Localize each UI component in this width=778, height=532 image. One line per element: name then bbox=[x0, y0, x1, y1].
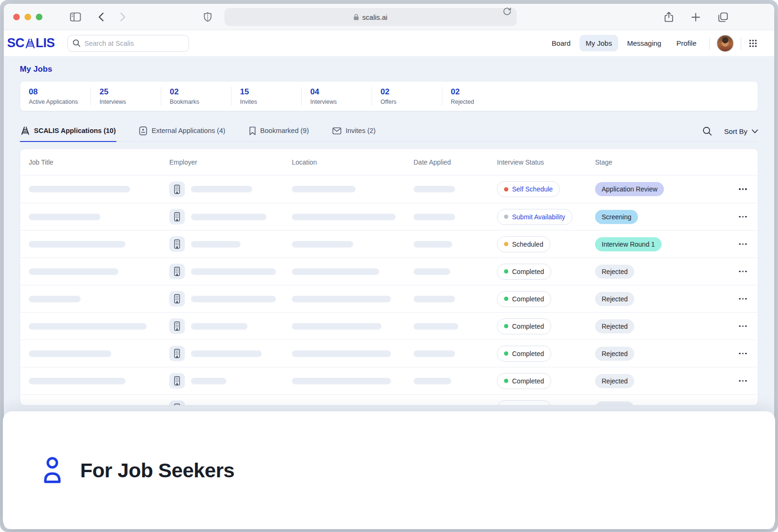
nav-item-my-jobs[interactable]: My Jobs bbox=[579, 35, 618, 51]
location-placeholder bbox=[292, 296, 391, 302]
stat-item-offers: 02 Offers bbox=[372, 87, 442, 106]
privacy-shield-button[interactable] bbox=[204, 12, 212, 22]
row-actions-cell bbox=[729, 213, 758, 221]
location-placeholder bbox=[292, 350, 391, 357]
scalis-logo[interactable]: SC LIS bbox=[7, 37, 55, 50]
job-title-placeholder bbox=[29, 241, 125, 248]
refresh-button[interactable] bbox=[503, 7, 511, 16]
stat-value: 02 bbox=[451, 87, 512, 97]
address-bar[interactable]: scalis.ai bbox=[224, 8, 517, 26]
building-icon bbox=[169, 400, 185, 406]
date-applied-placeholder bbox=[414, 241, 452, 248]
tab-external-applications-4[interactable]: External Applications (4) bbox=[138, 121, 226, 141]
tab-label: External Applications (4) bbox=[151, 127, 225, 134]
row-actions-cell bbox=[729, 350, 758, 357]
lock-icon bbox=[354, 14, 359, 20]
location-cell bbox=[283, 214, 405, 220]
employer-cell bbox=[161, 346, 283, 361]
sidebar-toggle-button[interactable] bbox=[70, 12, 81, 22]
row-menu-button[interactable] bbox=[738, 268, 748, 275]
stat-label: Offers bbox=[381, 99, 442, 105]
employer-cell bbox=[161, 264, 283, 279]
row-menu-button[interactable] bbox=[738, 213, 748, 221]
status-badge-completed[interactable]: Completed bbox=[497, 373, 551, 389]
building-icon bbox=[169, 236, 185, 252]
row-menu-button[interactable] bbox=[738, 323, 748, 330]
stage-cell: Rejected bbox=[587, 292, 729, 306]
row-menu-button[interactable] bbox=[738, 241, 748, 248]
status-dot bbox=[504, 379, 508, 383]
stat-value: 02 bbox=[381, 87, 442, 97]
table-row[interactable]: Completed Rejected bbox=[20, 258, 758, 285]
plus-icon bbox=[691, 13, 700, 22]
share-icon bbox=[664, 12, 673, 22]
column-header-location: Location bbox=[283, 158, 405, 166]
status-label: Completed bbox=[512, 350, 544, 357]
tab-scalis-applications-10[interactable]: SCALIS Applications (10) bbox=[20, 121, 116, 141]
search-icon bbox=[73, 39, 81, 47]
stage-cell: Interview Round 1 bbox=[587, 237, 729, 251]
building-icon bbox=[169, 373, 185, 389]
ladder-icon bbox=[21, 126, 30, 135]
stat-value: 25 bbox=[99, 87, 161, 97]
status-label: Completed bbox=[512, 323, 544, 330]
apps-grid-button[interactable] bbox=[748, 38, 758, 49]
nav-item-profile[interactable]: Profile bbox=[670, 35, 703, 51]
status-badge-completed[interactable]: Completed bbox=[497, 264, 551, 280]
avatar[interactable] bbox=[716, 34, 734, 52]
tab-bookmarked-9[interactable]: Bookmarked (9) bbox=[248, 121, 310, 141]
forward-chevron-icon bbox=[120, 12, 126, 22]
table-row[interactable]: Completed Rejected bbox=[20, 394, 758, 406]
stage-label: Rejected bbox=[602, 323, 628, 330]
stage-badge-screening: Screening bbox=[595, 210, 638, 224]
zoom-window-button[interactable] bbox=[36, 14, 42, 20]
stage-cell: Rejected bbox=[587, 401, 729, 406]
building-icon bbox=[169, 182, 185, 197]
table-row[interactable]: Submit Availability Screening bbox=[20, 203, 758, 230]
search-input[interactable] bbox=[84, 40, 184, 47]
new-tab-button[interactable] bbox=[691, 13, 700, 22]
close-window-button[interactable] bbox=[13, 14, 20, 20]
status-badge-scheduled[interactable]: Scheduled bbox=[497, 236, 550, 252]
row-menu-button[interactable] bbox=[738, 377, 748, 385]
forward-button[interactable] bbox=[120, 12, 126, 22]
employer-placeholder bbox=[191, 296, 276, 302]
row-menu-button[interactable] bbox=[738, 405, 748, 406]
row-menu-button[interactable] bbox=[738, 185, 748, 193]
table-row[interactable]: Completed Rejected bbox=[20, 340, 758, 367]
status-badge-completed[interactable]: Completed bbox=[497, 291, 551, 307]
location-cell bbox=[283, 350, 405, 357]
status-badge-self-schedule[interactable]: Self Schedule bbox=[497, 181, 560, 197]
table-row[interactable]: Completed Rejected bbox=[20, 367, 758, 394]
status-badge-completed[interactable]: Completed bbox=[497, 318, 551, 334]
status-badge-completed[interactable]: Completed bbox=[497, 400, 551, 406]
stage-label: Screening bbox=[602, 213, 631, 221]
employer-cell bbox=[161, 209, 283, 224]
column-header-interview-status: Interview Status bbox=[488, 158, 587, 166]
nav-item-messaging[interactable]: Messaging bbox=[621, 35, 668, 51]
sort-by-dropdown[interactable]: Sort By bbox=[724, 127, 758, 135]
job-title-cell bbox=[20, 296, 161, 302]
nav-item-board[interactable]: Board bbox=[546, 35, 577, 51]
row-menu-button[interactable] bbox=[738, 350, 748, 357]
table-row[interactable]: Completed Rejected bbox=[20, 285, 758, 312]
minimize-window-button[interactable] bbox=[25, 14, 31, 20]
table-row[interactable]: Self Schedule Application Review bbox=[20, 175, 758, 203]
table-search-button[interactable] bbox=[703, 126, 712, 136]
date-applied-placeholder bbox=[414, 186, 455, 192]
show-tabs-button[interactable] bbox=[718, 12, 728, 22]
stage-label: Rejected bbox=[602, 268, 628, 275]
job-title-cell bbox=[20, 214, 161, 220]
share-button[interactable] bbox=[664, 12, 673, 22]
status-badge-completed[interactable]: Completed bbox=[497, 346, 551, 362]
location-placeholder bbox=[292, 214, 396, 220]
tab-invites-2[interactable]: Invites (2) bbox=[331, 121, 377, 141]
row-menu-button[interactable] bbox=[738, 295, 748, 303]
screenshot-frame: scalis.ai bbox=[0, 0, 778, 532]
back-button[interactable] bbox=[98, 12, 104, 22]
table-row[interactable]: Scheduled Interview Round 1 bbox=[20, 230, 758, 258]
status-badge-submit-availability[interactable]: Submit Availability bbox=[497, 209, 572, 225]
stage-badge-rejected: Rejected bbox=[595, 265, 634, 279]
logo-text-end: LIS bbox=[36, 37, 55, 50]
table-row[interactable]: Completed Rejected bbox=[20, 312, 758, 340]
